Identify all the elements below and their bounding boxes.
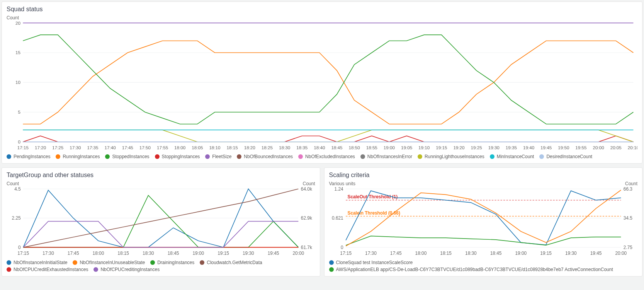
svg-text:2.25: 2.25 [12,216,21,221]
svg-text:19:10: 19:10 [418,145,430,150]
legend-label: FleetSize [212,154,231,159]
svg-text:34.5: 34.5 [623,216,632,221]
legend-swatch-icon [418,154,422,159]
svg-text:18:05: 18:05 [192,145,203,150]
legend-swatch-icon [298,154,303,159]
legend-label: DesiredInstanceCount [546,154,592,159]
svg-text:17:45: 17:45 [122,145,133,150]
legend-item[interactable]: NbOfInstancesInError [360,154,412,159]
svg-text:19:25: 19:25 [471,145,482,150]
svg-text:66.3: 66.3 [623,186,632,192]
legend-swatch-icon [93,267,98,272]
svg-text:18:15: 18:15 [440,251,452,256]
legend-item[interactable]: NbOfExcludedInstances [298,154,355,159]
svg-text:2.75: 2.75 [623,245,632,250]
svg-text:64.0k: 64.0k [301,186,312,192]
svg-text:18:45: 18:45 [168,251,179,256]
legend-item[interactable]: AWS/ApplicationELB app/CS-De-LoadB-C6Y7C… [329,267,613,272]
svg-text:18:00: 18:00 [415,251,427,256]
legend-label: Cloudwatch.GetMetricData [207,260,262,265]
svg-text:20:10: 20:10 [628,145,637,150]
y-axis-left-label: Various units [329,181,355,186]
svg-text:19:50: 19:50 [558,145,569,150]
chart-scaling[interactable]: 00.6211.242.7534.566.3ScaleOut Threshold… [329,186,638,257]
legend-item[interactable]: CloneSquad test InstanceScaleScore [329,260,413,265]
svg-text:17:15: 17:15 [17,251,29,256]
panel-title: Squad status [7,6,637,13]
legend-item[interactable]: RunningLighthouseInstances [418,154,484,159]
legend-swatch-icon [73,260,77,265]
legend-item[interactable]: PendingInstances [7,154,50,159]
svg-text:ScaleIn Threshold (0.66): ScaleIn Threshold (0.66) [347,210,400,216]
svg-text:18:15: 18:15 [227,145,238,150]
legend-item[interactable]: NbOfCPUCreditExhaustedInstances [7,267,88,272]
svg-text:19:00: 19:00 [384,145,395,150]
svg-text:17:35: 17:35 [87,145,98,150]
svg-text:ScaleOut Threshold (1): ScaleOut Threshold (1) [347,194,398,200]
y-axis-right-label: Count [302,181,315,186]
svg-text:20:00: 20:00 [615,251,627,256]
svg-text:18:45: 18:45 [490,251,501,256]
legend-swatch-icon [490,154,494,159]
legend-item[interactable]: RunningInstances [56,154,100,159]
svg-text:0: 0 [18,139,21,144]
chart-targetgroup[interactable]: 02.254.561.7k62.9k64.0k17:1517:3017:4518… [7,186,315,257]
svg-text:18:55: 18:55 [366,145,377,150]
legend-swatch-icon [360,154,365,159]
svg-text:18:35: 18:35 [296,145,308,150]
legend-item[interactable]: StoppedInstances [105,154,149,159]
svg-text:20:00: 20:00 [292,251,304,256]
svg-text:18:00: 18:00 [93,251,104,256]
chart-squad-status[interactable]: 0510152017:1517:2017:2517:3017:3517:4017… [7,20,637,152]
legend-label: DrainingInstances [157,260,194,265]
svg-text:17:55: 17:55 [157,145,168,150]
svg-text:15: 15 [15,50,20,55]
legend-swatch-icon [200,260,204,265]
legend-swatch-icon [155,154,160,159]
svg-text:17:30: 17:30 [42,251,54,256]
svg-text:62.9k: 62.9k [301,216,312,221]
svg-text:18:30: 18:30 [465,251,477,256]
legend-item[interactable]: NbOfInstanceInUnuseableState [73,260,145,265]
svg-text:19:15: 19:15 [217,251,229,256]
legend-item[interactable]: NbOfBouncedInstances [237,154,293,159]
legend-swatch-icon [56,154,60,159]
svg-text:18:30: 18:30 [143,251,154,256]
legend-item[interactable]: StoppingInstances [155,154,200,159]
legend-label: StoppingInstances [162,154,200,159]
legend-label: NbOfInstanceInInitialState [14,260,67,265]
svg-text:19:30: 19:30 [243,251,254,256]
svg-text:17:15: 17:15 [17,145,29,150]
legend-item[interactable]: DesiredInstanceCount [539,154,592,159]
legend-swatch-icon [205,154,210,159]
legend-item[interactable]: NbOfInstanceInInitialState [7,260,67,265]
legend-label: StoppedInstances [112,154,149,159]
legend-item[interactable]: DrainingInstances [150,260,194,265]
svg-text:20: 20 [15,20,20,26]
legend-swatch-icon [329,267,334,272]
legend-item[interactable]: NbOfCPUCreditingInstances [93,267,160,272]
legend-item[interactable]: MinInstanceCount [490,154,534,159]
svg-text:0: 0 [18,245,21,250]
svg-text:19:45: 19:45 [540,145,552,150]
svg-text:19:30: 19:30 [565,251,577,256]
svg-text:20:05: 20:05 [610,145,622,150]
svg-text:0.621: 0.621 [332,216,343,221]
legend-label: CloneSquad test InstanceScaleScore [336,260,413,265]
panel-squad-status: Squad status Count 0510152017:1517:2017:… [2,2,642,164]
legend-label: NbOfCPUCreditExhaustedInstances [14,267,88,272]
svg-text:19:00: 19:00 [515,251,527,256]
svg-text:17:45: 17:45 [68,251,79,256]
legend-swatch-icon [105,154,110,159]
legend-label: NbOfCPUCreditingInstances [100,267,160,272]
svg-text:17:40: 17:40 [105,145,116,150]
svg-text:18:40: 18:40 [314,145,325,150]
legend-item[interactable]: FleetSize [205,154,231,159]
legend-swatch-icon [237,154,241,159]
legend: PendingInstancesRunningInstancesStoppedI… [7,154,637,159]
svg-text:18:50: 18:50 [349,145,360,150]
legend-item[interactable]: Cloudwatch.GetMetricData [200,260,262,265]
legend-swatch-icon [7,267,11,272]
svg-text:19:45: 19:45 [268,251,279,256]
svg-text:19:15: 19:15 [540,251,552,256]
